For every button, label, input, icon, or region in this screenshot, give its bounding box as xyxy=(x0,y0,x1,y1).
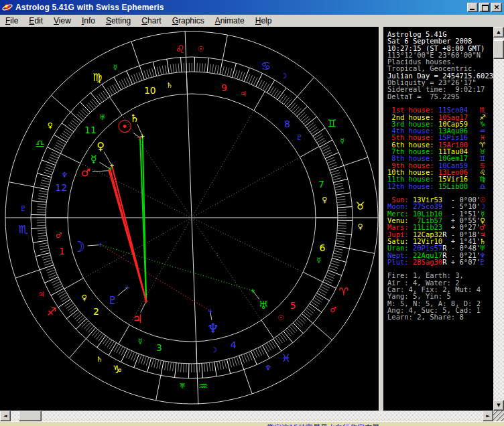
planet-row: Plut: 28Sag30R + 6°07'♇ xyxy=(387,259,493,265)
minimize-button[interactable] xyxy=(467,3,478,12)
sign-ruler-glyph-virgo: ☿ xyxy=(113,63,117,72)
planet-glyph-mars: ♂ xyxy=(81,166,90,179)
sign-glyph-leo: ♌ xyxy=(176,43,185,56)
planet-glyph-pluto: ♇ xyxy=(108,294,117,307)
sign-glyph-libra: ♎ xyxy=(35,137,44,150)
house-ruler-glyph-9: ♃ xyxy=(240,90,247,98)
house-number-9: 9 xyxy=(221,82,227,93)
menu-bar: FileEditViewInfoSettingChartGraphicsAnim… xyxy=(0,15,504,27)
planet-marker-neptune xyxy=(208,309,212,313)
house-ruler-glyph-11: ♅ xyxy=(99,113,106,122)
sign-ruler-glyph-libra: ♀ xyxy=(48,121,53,130)
maximize-icon xyxy=(482,5,489,11)
sign-ruler-glyph-sagittarius: ♃ xyxy=(38,290,44,299)
house-number-3: 3 xyxy=(156,342,162,353)
horizontal-scrollbar[interactable]: ◄ ► xyxy=(0,411,493,421)
info-panel: Astrolog 5.41GSat 6 September 200810:27:… xyxy=(383,27,493,411)
sign-ruler-glyph-pisces: ♆ xyxy=(265,364,271,372)
house-ruler-glyph-2: ♀ xyxy=(82,293,87,302)
house-ruler-glyph-4: ☽ xyxy=(210,346,217,354)
planet-row-glyph: ♇ xyxy=(476,259,489,265)
house-ruler-glyph-7: ♀ xyxy=(322,196,327,204)
planet-marker-venus xyxy=(110,163,114,167)
scroll-up-button[interactable]: ▲ xyxy=(493,27,504,38)
menu-item-info[interactable]: Info xyxy=(76,15,101,26)
scroll-left-button[interactable]: ◄ xyxy=(0,411,11,421)
sign-ruler-glyph-cancer: ☽ xyxy=(281,72,288,80)
planet-glyph-mercury: ☿ xyxy=(90,153,97,165)
menu-item-animate[interactable]: Animate xyxy=(210,15,250,26)
window-title: Astrolog 5.41G with Swiss Ephemeris xyxy=(15,3,467,12)
house-ruler-glyph-10: ♄ xyxy=(166,81,173,90)
menu-item-file[interactable]: File xyxy=(0,15,23,26)
house-number-10: 10 xyxy=(144,85,156,96)
sign-ruler-glyph-aries: ♂ xyxy=(330,305,336,314)
taskbar-strip[interactable]: 学完这15种家居风水自行住宅布局 xyxy=(0,421,504,426)
planet-glyph-jupiter: ♃ xyxy=(132,312,142,326)
house-ruler-glyph-3: ☿ xyxy=(138,337,143,346)
sign-glyph-gemini: ♊ xyxy=(327,117,336,130)
house-row-glyph: ♍ xyxy=(476,175,489,182)
sign-glyph-aries: ♈ xyxy=(338,285,348,298)
taskbar-text: 学完这15种家居风水自行住宅布局 xyxy=(267,423,379,426)
house-number-4: 4 xyxy=(231,340,237,350)
title-bar: Astrolog 5.41G with Swiss Ephemeris × xyxy=(0,0,504,15)
minimize-icon xyxy=(470,9,475,10)
scroll-down-button[interactable]: ▼ xyxy=(493,400,504,411)
sign-glyph-cancer: ♋ xyxy=(261,60,271,72)
resize-grip[interactable] xyxy=(493,411,504,421)
house-ruler-glyph-12: ♆ xyxy=(61,171,68,180)
house-number-7: 7 xyxy=(318,179,324,190)
aspect-mars-jupiter-square xyxy=(109,171,147,301)
house-row-glyph: ♎ xyxy=(476,183,489,190)
sign-ruler-glyph-capricorn: ♄ xyxy=(97,355,103,364)
house-ruler-glyph-5: ☉ xyxy=(277,313,284,322)
vertical-scrollbar[interactable]: ▲ ▼ xyxy=(493,27,504,411)
horizontal-scroll-thumb[interactable] xyxy=(19,411,42,421)
menu-item-chart[interactable]: Chart xyxy=(136,15,166,26)
house-number-1: 1 xyxy=(59,246,65,257)
sign-glyph-aquarius: ♒ xyxy=(198,380,208,393)
sign-ruler-glyph-scorpio: ♇ xyxy=(19,204,26,213)
planet-glyph-saturn: ♄ xyxy=(130,112,139,125)
house-number-5: 5 xyxy=(290,300,296,311)
menu-item-help[interactable]: Help xyxy=(250,15,277,26)
planet-glyph-neptune: ♆ xyxy=(207,320,219,336)
sign-glyph-capricorn: ♑ xyxy=(113,363,122,376)
house-row: 12th house: 15Lib00♎ xyxy=(387,183,493,190)
vertical-scroll-thumb[interactable] xyxy=(493,40,504,59)
sign-glyph-taurus: ♉ xyxy=(355,200,365,212)
sign-ruler-glyph-aquarius: ♅ xyxy=(180,382,186,390)
sign-ruler-glyph-leo: ☉ xyxy=(198,45,204,54)
zodiac-wheel: ♈♂♉♀♊☿♋☽♌☉♍☿♎♀♏♇♐♃♑♄♒♅♓♆1♂2♀3☿4☽5☉6☿7♀8♇… xyxy=(0,27,379,411)
house-number-2: 2 xyxy=(93,306,99,317)
menu-item-graphics[interactable]: Graphics xyxy=(167,15,210,26)
menu-item-edit[interactable]: Edit xyxy=(23,15,48,26)
scroll-right-button[interactable]: ► xyxy=(483,411,493,421)
aspect-lines xyxy=(101,136,253,311)
sign-ruler-glyph-taurus: ♀ xyxy=(358,222,363,231)
house-ruler-glyph-6: ☿ xyxy=(316,256,321,265)
house-number-6: 6 xyxy=(319,242,325,253)
close-button[interactable]: × xyxy=(491,3,502,12)
sign-glyph-virgo: ♍ xyxy=(92,71,102,84)
sign-ruler-glyph-gemini: ☿ xyxy=(340,137,344,145)
house-ruler-glyph-1: ♂ xyxy=(56,231,62,240)
house-number-12: 12 xyxy=(55,182,67,193)
house-ruler-glyph-8: ♇ xyxy=(296,133,302,142)
maximize-button[interactable] xyxy=(479,3,490,12)
close-icon: × xyxy=(492,3,501,12)
app-icon xyxy=(2,2,13,13)
menu-item-setting[interactable]: Setting xyxy=(101,15,136,26)
planet-marker-moon xyxy=(99,243,103,247)
panel-header-line: DeltaT = 75.2295 xyxy=(387,93,493,100)
planet-marker-jupiter xyxy=(144,299,148,303)
summary-line: Learn: 2, Share: 8 xyxy=(387,313,493,320)
planet-glyph-uranus: ♅ xyxy=(259,299,268,311)
sign-glyph-pisces: ♓ xyxy=(281,352,290,364)
sign-glyph-scorpio: ♏ xyxy=(18,223,27,236)
planet-glyph-moon: ☽ xyxy=(72,238,85,255)
planet-glyph-venus: ♀ xyxy=(97,140,105,153)
chart-wheel-area: ♈♂♉♀♊☿♋☽♌☉♍☿♎♀♏♇♐♃♑♄♒♅♓♆1♂2♀3☿4☽5☉6☿7♀8♇… xyxy=(0,27,379,411)
menu-item-view[interactable]: View xyxy=(48,15,76,26)
